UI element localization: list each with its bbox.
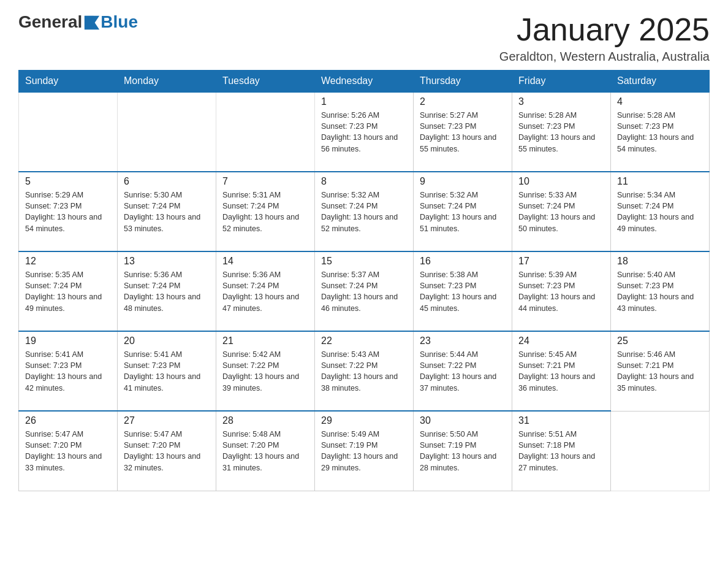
calendar-subtitle: Geraldton, Western Australia, Australia [499,50,710,64]
day-info: Sunrise: 5:32 AM Sunset: 7:24 PM Dayligh… [420,190,506,234]
day-number: 13 [124,256,210,267]
day-info: Sunrise: 5:33 AM Sunset: 7:24 PM Dayligh… [518,190,604,234]
calendar-day [19,92,118,172]
calendar-day: 17Sunrise: 5:39 AM Sunset: 7:23 PM Dayli… [512,251,611,331]
logo-general-text: General [18,12,82,32]
calendar-day [118,92,216,172]
calendar-day: 26Sunrise: 5:47 AM Sunset: 7:20 PM Dayli… [19,411,118,491]
calendar-day: 19Sunrise: 5:41 AM Sunset: 7:23 PM Dayli… [19,331,118,411]
day-number: 16 [420,256,506,267]
day-number: 9 [420,176,506,187]
day-info: Sunrise: 5:36 AM Sunset: 7:24 PM Dayligh… [124,269,210,314]
day-number: 18 [617,256,703,267]
calendar-day: 8Sunrise: 5:32 AM Sunset: 7:24 PM Daylig… [315,172,414,251]
logo: General Blue [18,12,138,32]
calendar-day: 23Sunrise: 5:44 AM Sunset: 7:22 PM Dayli… [414,331,512,411]
day-info: Sunrise: 5:50 AM Sunset: 7:19 PM Dayligh… [420,429,506,473]
day-info: Sunrise: 5:47 AM Sunset: 7:20 PM Dayligh… [25,429,111,473]
day-info: Sunrise: 5:48 AM Sunset: 7:20 PM Dayligh… [222,429,308,473]
day-info: Sunrise: 5:49 AM Sunset: 7:19 PM Dayligh… [321,429,407,473]
calendar-day: 24Sunrise: 5:45 AM Sunset: 7:21 PM Dayli… [512,331,611,411]
day-number: 6 [124,176,210,187]
day-number: 23 [420,335,506,347]
calendar-table: SundayMondayTuesdayWednesdayThursdayFrid… [18,70,710,491]
calendar-day: 5Sunrise: 5:29 AM Sunset: 7:23 PM Daylig… [19,172,118,251]
day-info: Sunrise: 5:51 AM Sunset: 7:18 PM Dayligh… [518,429,604,473]
logo-flag-icon [83,13,100,31]
day-number: 7 [222,176,308,187]
day-info: Sunrise: 5:38 AM Sunset: 7:23 PM Dayligh… [420,269,506,314]
day-info: Sunrise: 5:27 AM Sunset: 7:23 PM Dayligh… [420,110,506,155]
day-info: Sunrise: 5:44 AM Sunset: 7:22 PM Dayligh… [420,349,506,394]
day-number: 3 [518,96,604,107]
day-header-monday: Monday [118,71,216,93]
day-info: Sunrise: 5:47 AM Sunset: 7:20 PM Dayligh… [124,429,210,473]
calendar-day: 22Sunrise: 5:43 AM Sunset: 7:22 PM Dayli… [315,331,414,411]
day-number: 22 [321,335,407,347]
calendar-day: 12Sunrise: 5:35 AM Sunset: 7:24 PM Dayli… [19,251,118,331]
day-header-row: SundayMondayTuesdayWednesdayThursdayFrid… [19,71,710,93]
day-info: Sunrise: 5:28 AM Sunset: 7:23 PM Dayligh… [617,110,703,155]
day-number: 20 [124,335,210,347]
day-number: 14 [222,256,308,267]
day-number: 29 [321,415,407,426]
calendar-day: 31Sunrise: 5:51 AM Sunset: 7:18 PM Dayli… [512,411,611,491]
day-info: Sunrise: 5:30 AM Sunset: 7:24 PM Dayligh… [124,190,210,234]
day-number: 8 [321,176,407,187]
day-info: Sunrise: 5:29 AM Sunset: 7:23 PM Dayligh… [25,190,111,234]
day-number: 28 [222,415,308,426]
calendar-day: 15Sunrise: 5:37 AM Sunset: 7:24 PM Dayli… [315,251,414,331]
day-info: Sunrise: 5:40 AM Sunset: 7:23 PM Dayligh… [617,269,703,314]
day-number: 15 [321,256,407,267]
calendar-day: 10Sunrise: 5:33 AM Sunset: 7:24 PM Dayli… [512,172,611,251]
day-info: Sunrise: 5:45 AM Sunset: 7:21 PM Dayligh… [518,349,604,394]
day-info: Sunrise: 5:41 AM Sunset: 7:23 PM Dayligh… [25,349,111,394]
day-info: Sunrise: 5:34 AM Sunset: 7:24 PM Dayligh… [617,190,703,234]
calendar-day [216,92,315,172]
day-info: Sunrise: 5:32 AM Sunset: 7:24 PM Dayligh… [321,190,407,234]
day-number: 21 [222,335,308,347]
calendar-day: 14Sunrise: 5:36 AM Sunset: 7:24 PM Dayli… [216,251,315,331]
calendar-day: 9Sunrise: 5:32 AM Sunset: 7:24 PM Daylig… [414,172,512,251]
calendar-day: 4Sunrise: 5:28 AM Sunset: 7:23 PM Daylig… [611,92,710,172]
calendar-week-2: 5Sunrise: 5:29 AM Sunset: 7:23 PM Daylig… [19,172,710,251]
day-number: 4 [617,96,703,107]
calendar-day: 7Sunrise: 5:31 AM Sunset: 7:24 PM Daylig… [216,172,315,251]
calendar-day: 20Sunrise: 5:41 AM Sunset: 7:23 PM Dayli… [118,331,216,411]
calendar-day: 11Sunrise: 5:34 AM Sunset: 7:24 PM Dayli… [611,172,710,251]
day-number: 30 [420,415,506,426]
calendar-day: 28Sunrise: 5:48 AM Sunset: 7:20 PM Dayli… [216,411,315,491]
day-number: 11 [617,176,703,187]
calendar-day: 13Sunrise: 5:36 AM Sunset: 7:24 PM Dayli… [118,251,216,331]
day-info: Sunrise: 5:35 AM Sunset: 7:24 PM Dayligh… [25,269,111,314]
day-number: 26 [25,415,111,426]
calendar-week-3: 12Sunrise: 5:35 AM Sunset: 7:24 PM Dayli… [19,251,710,331]
calendar-day: 6Sunrise: 5:30 AM Sunset: 7:24 PM Daylig… [118,172,216,251]
day-number: 24 [518,335,604,347]
day-number: 25 [617,335,703,347]
day-header-sunday: Sunday [19,71,118,93]
day-header-saturday: Saturday [611,71,710,93]
calendar-day: 21Sunrise: 5:42 AM Sunset: 7:22 PM Dayli… [216,331,315,411]
day-info: Sunrise: 5:28 AM Sunset: 7:23 PM Dayligh… [518,110,604,155]
calendar-day: 29Sunrise: 5:49 AM Sunset: 7:19 PM Dayli… [315,411,414,491]
day-number: 5 [25,176,111,187]
calendar-week-5: 26Sunrise: 5:47 AM Sunset: 7:20 PM Dayli… [19,411,710,491]
day-info: Sunrise: 5:31 AM Sunset: 7:24 PM Dayligh… [222,190,308,234]
page-header: General Blue January 2025 Geraldton, Wes… [18,12,710,64]
day-info: Sunrise: 5:36 AM Sunset: 7:24 PM Dayligh… [222,269,308,314]
calendar-day: 2Sunrise: 5:27 AM Sunset: 7:23 PM Daylig… [414,92,512,172]
day-number: 31 [518,415,604,426]
day-number: 12 [25,256,111,267]
day-info: Sunrise: 5:26 AM Sunset: 7:23 PM Dayligh… [321,110,407,155]
day-info: Sunrise: 5:43 AM Sunset: 7:22 PM Dayligh… [321,349,407,394]
calendar-day: 30Sunrise: 5:50 AM Sunset: 7:19 PM Dayli… [414,411,512,491]
day-info: Sunrise: 5:39 AM Sunset: 7:23 PM Dayligh… [518,269,604,314]
logo-blue-text: Blue [100,12,138,32]
day-number: 10 [518,176,604,187]
calendar-day: 18Sunrise: 5:40 AM Sunset: 7:23 PM Dayli… [611,251,710,331]
day-header-friday: Friday [512,71,611,93]
day-info: Sunrise: 5:41 AM Sunset: 7:23 PM Dayligh… [124,349,210,394]
day-info: Sunrise: 5:37 AM Sunset: 7:24 PM Dayligh… [321,269,407,314]
calendar-day: 25Sunrise: 5:46 AM Sunset: 7:21 PM Dayli… [611,331,710,411]
